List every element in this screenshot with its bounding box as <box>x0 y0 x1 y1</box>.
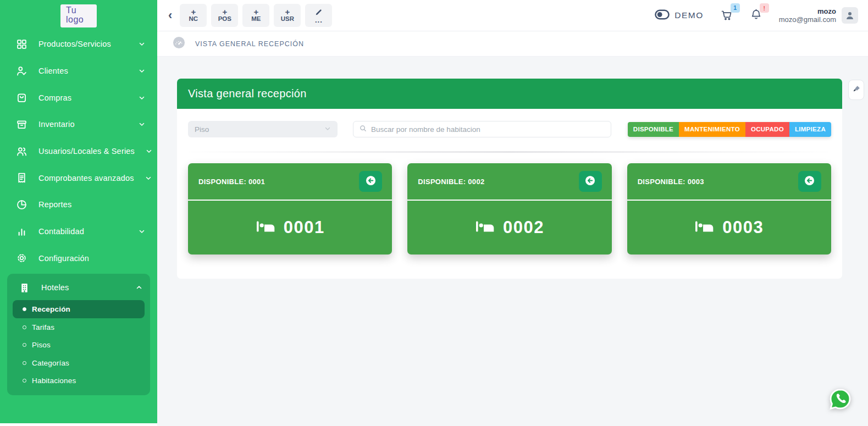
collapse-sidebar-button[interactable]: ‹ <box>164 9 176 21</box>
add-me-button[interactable]: + ME <box>242 4 269 27</box>
plus-icon: + <box>222 8 227 15</box>
user-email: mozo@gmail.com <box>779 15 836 24</box>
sidebar-subitem-pisos[interactable]: Pisos <box>13 336 145 354</box>
add-usr-button[interactable]: + USR <box>274 4 301 27</box>
chevron-down-icon <box>324 125 331 134</box>
topbar-right: DEMO 1 ! mozo mozo <box>655 7 858 24</box>
sidebar-item-hoteles[interactable]: Hoteles <box>7 275 150 300</box>
person-check-icon <box>15 65 27 77</box>
sidebar-subitem-habitaciones[interactable]: Habitaciones <box>13 372 145 390</box>
sidebar-item-productos-servicios[interactable]: Productos/Servicios <box>0 31 157 58</box>
chevron-down-icon <box>139 68 145 74</box>
room-status: DISPONIBLE: 0002 <box>418 178 484 186</box>
sidebar-item-contabilidad[interactable]: Contabilidad <box>0 218 157 245</box>
sidebar-subitem-label: Categorías <box>32 359 69 367</box>
gear-icon <box>15 252 27 264</box>
room-checkin-button[interactable] <box>359 171 382 192</box>
plus-icon: + <box>191 8 196 15</box>
notifications-badge: ! <box>760 3 769 13</box>
bullet-outline-icon <box>23 379 26 383</box>
sidebar-subitem-categorias[interactable]: Categorías <box>13 354 145 372</box>
rooms-grid: DISPONIBLE: 0001 <box>188 163 831 255</box>
sidebar-item-label: Comprobantes avanzados <box>38 174 134 182</box>
sidebar-item-label: Hoteles <box>41 283 125 292</box>
arrow-left-circle-icon <box>804 175 815 187</box>
status-legend: DISPONIBLE MANTENIMIENTO OCUPADO LIMPIEZ… <box>628 122 831 137</box>
bullet-outline-icon <box>23 343 26 347</box>
room-card-0003[interactable]: DISPONIBLE: 0003 <box>627 163 831 255</box>
add-nc-button[interactable]: + NC <box>180 4 207 27</box>
bar-chart-icon <box>15 225 27 237</box>
shopping-bag-icon <box>15 92 27 104</box>
cart-badge: 1 <box>731 3 740 13</box>
sidebar-item-label: Inventario <box>38 120 128 129</box>
user-menu[interactable]: mozo mozo@gmail.com <box>779 7 858 24</box>
toggle-icon <box>655 9 670 22</box>
sidebar-subitem-tarifas[interactable]: Tarifas <box>13 318 145 336</box>
sidebar-item-clientes[interactable]: Clientes <box>0 58 157 85</box>
main-area: ‹ + NC + POS + ME + USR <box>157 0 868 426</box>
avatar <box>842 7 858 24</box>
pie-chart-icon <box>15 198 27 211</box>
page-title: Vista general recepción <box>188 87 307 100</box>
gauge-icon <box>173 36 185 51</box>
whatsapp-button[interactable] <box>828 388 852 411</box>
sidebar-item-label: Usuarios/Locales & Series <box>38 147 135 156</box>
logo-text-line1: Tu <box>66 5 97 15</box>
sidebar-item-label: Configuración <box>38 254 145 263</box>
arrow-left-circle-icon <box>366 175 376 187</box>
sidebar-subitem-label: Habitaciones <box>32 377 76 385</box>
sidebar-item-comprobantes[interactable]: Comprobantes avanzados <box>0 164 157 191</box>
reception-panel: Vista general recepción Piso <box>177 79 842 279</box>
room-card-0001[interactable]: DISPONIBLE: 0001 <box>188 163 392 255</box>
sidebar-item-label: Clientes <box>38 67 128 75</box>
sidebar-item-label: Productos/Servicios <box>38 40 128 48</box>
quick-actions: + NC + POS + ME + USR <box>180 4 332 27</box>
demo-toggle[interactable]: DEMO <box>655 9 704 22</box>
sidebar: Tu logo Productos/Servicios Clientes <box>0 0 157 426</box>
notifications-button[interactable]: ! <box>750 8 762 23</box>
breadcrumb-title: VISTA GENERAL RECEPCIÓN <box>195 40 304 48</box>
chevron-down-icon <box>146 148 152 154</box>
edit-more-button[interactable]: ... <box>305 4 332 27</box>
sidebar-subitem-label: Recepción <box>32 305 70 313</box>
user-name: mozo <box>779 7 836 15</box>
bed-icon <box>475 219 495 236</box>
sidebar-subitem-recepcion[interactable]: Recepción <box>13 300 145 318</box>
search-icon <box>359 124 367 135</box>
legend-limpieza: LIMPIEZA <box>789 122 831 137</box>
theme-customizer-button[interactable] <box>848 80 864 100</box>
floor-select-placeholder: Piso <box>195 125 324 134</box>
add-pos-button[interactable]: + POS <box>211 4 238 27</box>
room-card-0002[interactable]: DISPONIBLE: 0002 <box>407 163 611 255</box>
legend-mantenimiento: MANTENIMIENTO <box>679 122 745 137</box>
floor-select[interactable]: Piso <box>188 121 338 137</box>
room-checkin-button[interactable] <box>579 171 602 192</box>
plus-icon: + <box>285 8 290 15</box>
sidebar-item-label: Reportes <box>38 200 145 209</box>
room-search-input[interactable] <box>371 125 605 134</box>
bullet-filled-icon <box>23 307 26 311</box>
room-search <box>353 121 611 137</box>
sidebar-subitem-label: Tarifas <box>32 323 54 331</box>
topbar: ‹ + NC + POS + ME + USR <box>157 0 868 31</box>
room-status: DISPONIBLE: 0003 <box>638 178 704 186</box>
sidebar-item-usuarios-locales[interactable]: Usuarios/Locales & Series <box>0 138 157 165</box>
sidebar-item-reportes[interactable]: Reportes <box>0 191 157 218</box>
room-checkin-button[interactable] <box>798 171 821 192</box>
room-number: 0002 <box>503 218 544 237</box>
more-dots: ... <box>315 18 323 23</box>
sidebar-group-hoteles: Hoteles Recepción Tarifas Pisos Categorí… <box>7 274 150 395</box>
chevron-down-icon <box>139 121 145 128</box>
chevron-down-icon <box>139 95 145 101</box>
box-icon <box>15 118 27 130</box>
cart-button[interactable]: 1 <box>720 8 733 23</box>
filter-row: Piso DISPONIBLE <box>188 121 831 137</box>
users-icon <box>15 145 27 157</box>
app-root: Tu logo Productos/Servicios Clientes <box>0 0 868 426</box>
logo[interactable]: Tu logo <box>60 4 97 27</box>
sidebar-item-inventario[interactable]: Inventario <box>0 111 157 138</box>
sidebar-item-compras[interactable]: Compras <box>0 84 157 111</box>
chevron-down-icon <box>139 228 145 235</box>
sidebar-item-configuracion[interactable]: Configuración <box>0 245 157 272</box>
